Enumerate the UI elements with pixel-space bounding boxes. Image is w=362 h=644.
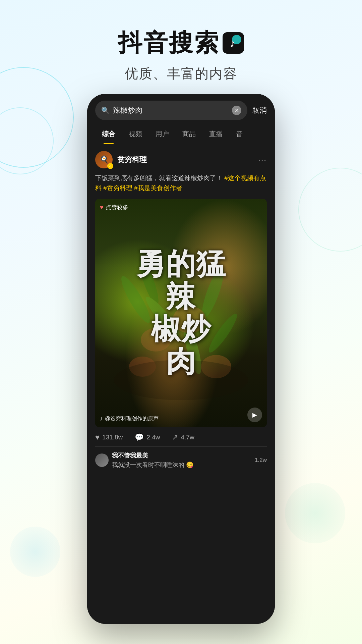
search-query: 辣椒炒肉 [113, 105, 229, 115]
tab-商品[interactable]: 商品 [176, 124, 202, 144]
phone-inner: 🔍 辣椒炒肉 ✕ 取消 综合 视频 用户 商品 [87, 94, 275, 624]
popular-label: 点赞较多 [106, 204, 128, 211]
search-bar-row: 🔍 辣椒炒肉 ✕ 取消 [87, 94, 275, 124]
content-area: 🍳 ✓ 贫穷料理 ··· 下饭菜到底有多凶猛，就看这道辣椒炒肉了！ #这个视频有… [87, 144, 275, 476]
verified-badge: ✓ [107, 163, 113, 169]
comment-content: 我不管我最美 我就没一次看时不咽唾沫的 😋 [112, 451, 251, 469]
comments-stat[interactable]: 💬 2.4w [135, 433, 160, 442]
comment-count: 1.2w [255, 457, 267, 464]
tab-直播[interactable]: 直播 [202, 124, 229, 144]
likes-stat[interactable]: ♥ 131.8w [95, 433, 123, 442]
popular-badge: ♥ 点赞较多 [100, 204, 128, 211]
video-text-overlay: 勇的猛辣椒炒肉 [95, 199, 267, 427]
bg-circle-3 [298, 168, 362, 252]
cancel-button[interactable]: 取消 [252, 105, 267, 115]
username[interactable]: 贫穷料理 [117, 155, 253, 165]
tab-音[interactable]: 音 [229, 124, 249, 144]
bg-blob [285, 483, 345, 543]
sound-label: @贫穷料理创作的原声 [105, 415, 159, 422]
share-stat-icon: ↗ [172, 433, 178, 442]
heart-stat-icon: ♥ [95, 433, 100, 442]
search-input-wrap[interactable]: 🔍 辣椒炒肉 ✕ [95, 101, 247, 120]
comment-avatar [95, 453, 109, 467]
header-area: 抖音搜索 ♪ 优质、丰富的内容 [0, 0, 362, 83]
comment-row: 我不管我最美 我就没一次看时不咽唾沫的 😋 1.2w [95, 451, 267, 469]
comment-username: 我不管我最美 [112, 451, 251, 460]
heart-icon: ♥ [100, 204, 104, 211]
video-big-text: 勇的猛辣椒炒肉 [136, 248, 226, 378]
main-title: 抖音搜索 ♪ [0, 27, 362, 59]
shares-stat[interactable]: ↗ 4.7w [172, 433, 194, 442]
subtitle: 优质、丰富的内容 [0, 64, 362, 83]
tiktok-d-icon: ♪ [100, 415, 103, 422]
phone-container: 🔍 辣椒炒肉 ✕ 取消 综合 视频 用户 商品 [87, 94, 275, 624]
more-button[interactable]: ··· [258, 155, 267, 164]
tab-视频[interactable]: 视频 [122, 124, 149, 144]
tab-用户[interactable]: 用户 [149, 124, 176, 144]
shares-count: 4.7w [181, 434, 194, 441]
comments-count: 2.4w [146, 434, 160, 441]
bg-blob2 [10, 527, 60, 577]
video-thumbnail[interactable]: 勇的猛辣椒炒肉 ♥ 点赞较多 ♪ @贫穷料理创作的原声 ▶ [95, 199, 267, 427]
comment-text: 我就没一次看时不咽唾沫的 😋 [112, 461, 251, 469]
comment-stat-icon: 💬 [135, 433, 144, 442]
description: 下饭菜到底有多凶猛，就看这道辣椒炒肉了！ #这个视频有点料 #贫穷料理 #我是美… [95, 173, 267, 194]
play-button[interactable]: ▶ [247, 408, 262, 422]
app-title: 抖音搜索 [118, 27, 220, 59]
user-row: 🍳 ✓ 贫穷料理 ··· [95, 151, 267, 168]
tabs-row: 综合 视频 用户 商品 直播 音 [87, 124, 275, 144]
tab-综合[interactable]: 综合 [95, 124, 122, 144]
phone-frame: 🔍 辣椒炒肉 ✕ 取消 综合 视频 用户 商品 [87, 94, 275, 624]
sound-row: ♪ @贫穷料理创作的原声 [100, 415, 159, 422]
search-icon: 🔍 [101, 106, 110, 114]
comment-preview: 我不管我最美 我就没一次看时不咽唾沫的 😋 1.2w [95, 446, 267, 469]
desc-main: 下饭菜到底有多凶猛，就看这道辣椒炒肉了！ [95, 174, 223, 181]
likes-count: 131.8w [102, 434, 123, 441]
tiktok-logo-icon: ♪ [223, 32, 244, 54]
logo-symbol: ♪ [230, 37, 237, 50]
stats-row: ♥ 131.8w 💬 2.4w ↗ 4.7w [95, 427, 267, 446]
clear-button[interactable]: ✕ [232, 106, 241, 115]
avatar: 🍳 ✓ [95, 151, 113, 168]
